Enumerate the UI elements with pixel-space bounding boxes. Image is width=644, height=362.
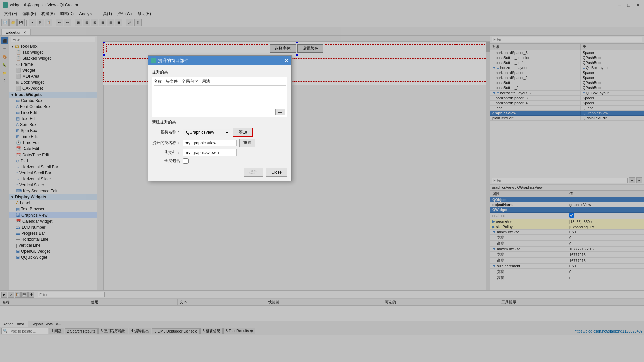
modal-col-global: 全局包含	[182, 79, 198, 84]
modal-titlebar: 提升的窗口部件 ✕	[148, 56, 291, 65]
modal-promote-button[interactable]: 提升	[244, 168, 263, 177]
modal-row-baseclass: 基类名称： QGraphicsView 添加	[152, 128, 287, 137]
modal-label-global: 全局包含	[152, 158, 180, 164]
modal-add-button[interactable]: 添加	[233, 128, 253, 137]
modal-form: 基类名称： QGraphicsView 添加 提升的类名称： 重置	[152, 128, 287, 164]
modal-col-header: 头文件	[166, 79, 178, 84]
modal-row-promotedclass: 提升的类名称： 重置	[152, 139, 287, 147]
modal-row-header: 头文件：	[152, 149, 287, 156]
modal-section2-label: 新建提升的类	[152, 119, 287, 125]
modal-section1-text: 提升的类	[152, 70, 168, 74]
modal-del-btn-wrap: —	[275, 109, 285, 115]
modal-promoted-table-area: 名称 头文件 全局包含 用法 —	[152, 77, 287, 117]
modal-global-checkbox[interactable]	[183, 158, 189, 164]
modal-col-usage: 用法	[202, 79, 210, 84]
modal-del-button[interactable]: —	[275, 109, 285, 115]
modal-row-global: 全局包含	[152, 158, 287, 164]
modal-body: 提升的类 名称 头文件 全局包含 用法 — 新建提升的类	[148, 65, 291, 181]
modal-title: 提升的窗口部件	[158, 58, 189, 64]
modal-dialog: 提升的窗口部件 ✕ 提升的类 名称 头文件 全局包含 用法 —	[148, 55, 292, 181]
modal-section2-text: 新建提升的类	[152, 120, 176, 124]
modal-col-name: 名称	[154, 79, 162, 84]
modal-close-btn[interactable]: Close	[266, 168, 287, 177]
modal-icon	[151, 58, 156, 63]
modal-section1-label: 提升的类	[152, 69, 287, 75]
modal-header-input[interactable]	[183, 149, 237, 156]
modal-baseclass-select[interactable]: QGraphicsView	[183, 129, 230, 136]
modal-action-buttons: 提升 Close	[152, 168, 287, 177]
modal-baseclass-combo-wrap: QGraphicsView	[183, 129, 230, 136]
modal-label-promotedclass: 提升的类名称：	[152, 140, 180, 146]
modal-overlay: 提升的窗口部件 ✕ 提升的类 名称 头文件 全局包含 用法 —	[0, 0, 644, 362]
modal-promotedclass-input[interactable]	[183, 140, 237, 146]
modal-reset-button[interactable]: 重置	[239, 139, 255, 147]
modal-label-baseclass: 基类名称：	[152, 129, 180, 135]
modal-close-button[interactable]: ✕	[284, 57, 289, 64]
modal-label-header: 头文件：	[152, 150, 180, 156]
modal-table-header: 名称 头文件 全局包含 用法	[154, 79, 286, 86]
